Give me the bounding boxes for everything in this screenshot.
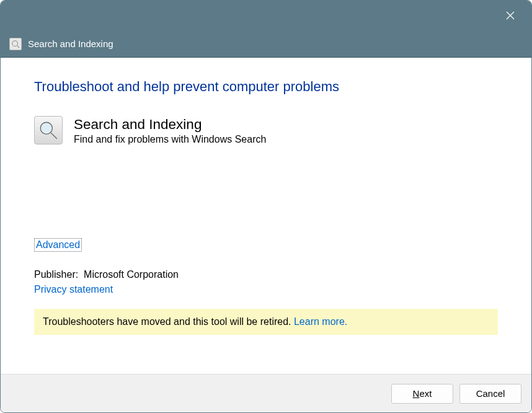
search-indexing-icon bbox=[34, 116, 63, 144]
footer-bar: Next Cancel bbox=[1, 374, 531, 412]
troubleshooter-row: Search and Indexing Find and fix problem… bbox=[34, 116, 498, 145]
content-area: Troubleshoot and help prevent computer p… bbox=[1, 58, 531, 374]
window-title: Search and Indexing bbox=[28, 38, 113, 49]
svg-line-5 bbox=[51, 133, 57, 139]
close-icon bbox=[505, 11, 515, 20]
next-button[interactable]: Next bbox=[391, 384, 453, 404]
svg-point-4 bbox=[40, 122, 52, 134]
privacy-statement-link[interactable]: Privacy statement bbox=[34, 284, 113, 295]
learn-more-link[interactable]: Learn more. bbox=[294, 316, 347, 327]
publisher-value: Microsoft Corporation bbox=[84, 269, 179, 280]
close-button[interactable] bbox=[498, 3, 523, 28]
troubleshooter-window: Search and Indexing Troubleshoot and hel… bbox=[0, 0, 532, 413]
titlebar-top bbox=[1, 1, 531, 30]
next-label-rest: ext bbox=[419, 388, 432, 399]
troubleshooter-title-icon bbox=[9, 38, 22, 50]
notice-text: Troubleshooters have moved and this tool… bbox=[43, 316, 294, 327]
publisher-line: Publisher: Microsoft Corporation bbox=[34, 269, 498, 280]
titlebar-sub: Search and Indexing bbox=[1, 30, 531, 58]
troubleshooter-text: Search and Indexing Find and fix problem… bbox=[74, 116, 266, 145]
troubleshooter-title: Search and Indexing bbox=[74, 116, 266, 133]
advanced-link[interactable]: Advanced bbox=[34, 238, 82, 252]
troubleshooter-description: Find and fix problems with Windows Searc… bbox=[74, 134, 266, 145]
svg-point-2 bbox=[12, 40, 18, 46]
publisher-label: Publisher: bbox=[34, 269, 78, 280]
page-heading: Troubleshoot and help prevent computer p… bbox=[34, 79, 498, 95]
retirement-notice: Troubleshooters have moved and this tool… bbox=[34, 309, 498, 335]
cancel-button[interactable]: Cancel bbox=[459, 384, 521, 404]
svg-line-3 bbox=[17, 45, 20, 48]
